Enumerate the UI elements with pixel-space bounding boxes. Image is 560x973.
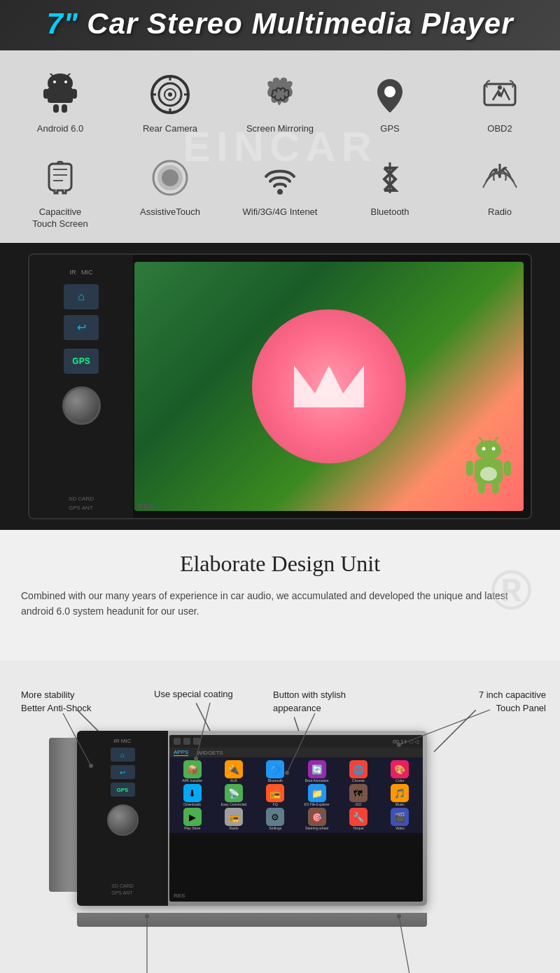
app-music[interactable]: 🎵 Music — [380, 784, 420, 806]
play-store-label: Play Store — [184, 826, 200, 830]
downloads-label: Downloads — [183, 802, 201, 806]
svg-rect-5 — [62, 104, 67, 113]
android-icon — [39, 74, 81, 115]
back-btn-2[interactable]: ↩ — [111, 765, 135, 779]
app-apk[interactable]: 📦 APK Installer — [172, 760, 212, 783]
wifi-label: Wifi/3G/4G Intenet — [243, 206, 318, 218]
widgets-tab[interactable]: WIDGETS — [197, 750, 223, 756]
app-radio[interactable]: 📻 Radio — [214, 808, 253, 830]
easy-connected-icon: 📡 — [225, 784, 243, 802]
volume-knob[interactable] — [62, 386, 101, 425]
igo-label: iGO — [356, 802, 362, 806]
page-title: 7" Car Stereo Multimedia Player — [14, 7, 546, 41]
ir-mic-label: IR MIC — [70, 269, 93, 276]
app-downloads[interactable]: ⬇ Downloads — [172, 784, 212, 806]
svg-line-9 — [67, 74, 71, 76]
app-bluetooth[interactable]: 🔷 Bluetooth — [255, 760, 295, 783]
res-label-1: RES — [138, 503, 154, 511]
color-label: Color — [396, 778, 404, 783]
gps-ant-label-2: GPS ANT — [111, 890, 134, 895]
torque-label: Torque — [353, 826, 363, 830]
callout-button-text: Button with stylishappearance — [273, 690, 346, 713]
settings-icon: ⚙ — [266, 808, 284, 826]
svg-rect-36 — [466, 461, 473, 476]
sd-label-2: SD CARD — [111, 883, 134, 888]
ir-label-2: IR MIC — [114, 738, 132, 744]
obd2-icon — [479, 74, 521, 115]
home-btn[interactable]: ⌂ — [64, 284, 99, 309]
feature-gps: GPS — [337, 64, 443, 141]
device-bottom-edge — [77, 913, 427, 927]
radio-app-label: Radio — [229, 826, 238, 830]
fq-icon: 📻 — [266, 784, 284, 802]
knob-2[interactable] — [107, 804, 139, 836]
svg-rect-2 — [43, 89, 49, 99]
color-icon: 🎨 — [391, 760, 409, 778]
app-igo[interactable]: 🗺 iGO — [338, 784, 378, 806]
app-tabs: APPS WIDGETS — [169, 748, 423, 757]
app-steering[interactable]: 🎯 Steering wheel — [297, 808, 337, 830]
android-mascot — [464, 435, 513, 500]
feature-wifi: Wifi/3G/4G Intenet — [227, 148, 333, 236]
app-boot[interactable]: 🔄 Boot Animation — [297, 760, 337, 783]
steering-icon: 🎯 — [308, 808, 326, 826]
boot-icon: 🔄 — [308, 760, 326, 778]
svg-rect-38 — [478, 482, 485, 493]
gps-label: GPS — [380, 123, 399, 135]
status-icon-2 — [183, 738, 190, 745]
gps-btn-2[interactable]: GPS — [111, 783, 135, 797]
svg-line-35 — [494, 438, 498, 442]
feature-screen-mirroring: Screen Mirroring — [227, 64, 333, 141]
app-settings[interactable]: ⚙ Settings — [255, 808, 295, 830]
design-title: Elaborate Design Unit — [14, 551, 546, 577]
back-btn[interactable]: ↩ — [64, 315, 99, 340]
gps-btn[interactable]: GPS — [64, 349, 99, 374]
m-logo-svg — [287, 358, 371, 414]
android-label: Android 6.0 — [37, 123, 84, 135]
svg-rect-4 — [53, 104, 59, 113]
feature-radio: Radio — [447, 148, 553, 236]
feature-assistive: AssistiveTouch — [117, 148, 223, 236]
device-side-left — [49, 738, 77, 892]
app-torque[interactable]: 🔧 Torque — [338, 808, 378, 830]
home-btn-2[interactable]: ⌂ — [111, 748, 135, 762]
device2-sidebar: IR MIC ⌂ ↩ GPS SD CARD GPS ANT — [77, 731, 168, 906]
device2-bottom-labels: SD CARD GPS ANT — [111, 883, 134, 899]
svg-line-8 — [49, 74, 53, 76]
device2-screen: 00:14 □ ◁ APPS WIDGETS 📦 APK Installer — [169, 735, 423, 902]
status-icon-1 — [174, 738, 181, 745]
svg-point-31 — [476, 440, 501, 460]
torque-icon: 🔧 — [349, 808, 368, 826]
music-icon: 🎵 — [391, 784, 409, 802]
svg-point-18 — [384, 86, 396, 97]
svg-point-13 — [168, 92, 172, 97]
device-front-2: IR MIC ⌂ ↩ GPS SD CARD GPS ANT — [77, 731, 427, 906]
status-icons-right: □ ◁ — [410, 738, 419, 745]
app-video[interactable]: 🎬 Video — [380, 808, 420, 830]
res-label-2: RES — [174, 892, 185, 899]
feature-obd2: OBD2 — [447, 64, 553, 141]
aux-icon: 🔌 — [225, 760, 243, 778]
chrome-label: Chrome — [352, 778, 365, 783]
app-es-explorer[interactable]: 📁 ES File Explorer — [297, 784, 337, 806]
svg-point-33 — [492, 447, 496, 450]
svg-rect-37 — [504, 461, 511, 476]
svg-point-20 — [498, 85, 502, 90]
app-chrome[interactable]: 🌐 Chrome — [338, 760, 378, 783]
app-fq[interactable]: 📻 FQ — [255, 784, 295, 806]
aux-label: AUX — [230, 778, 237, 783]
app-play-store[interactable]: ▶ Play Store — [172, 808, 212, 830]
app-aux[interactable]: 🔌 AUX — [214, 760, 253, 783]
svg-point-40 — [480, 467, 497, 481]
apps-tab[interactable]: APPS — [174, 749, 188, 756]
feature-touch: CapacitiveTouch Screen — [7, 148, 113, 236]
callout-touch-panel-text: 7 inch capacitiveTouch Panel — [479, 690, 546, 713]
app-color[interactable]: 🎨 Color — [380, 760, 420, 783]
svg-point-7 — [64, 80, 67, 83]
app-easy-connected[interactable]: 📡 Easy Connected — [214, 784, 253, 806]
android-icon-wrap — [36, 70, 85, 119]
title-size: 7" — [46, 7, 78, 40]
svg-rect-3 — [71, 89, 77, 99]
device-unit-2-container: IR MIC ⌂ ↩ GPS SD CARD GPS ANT — [77, 731, 427, 913]
app-grid: 📦 APK Installer 🔌 AUX 🔷 Bluetooth � — [169, 757, 423, 833]
